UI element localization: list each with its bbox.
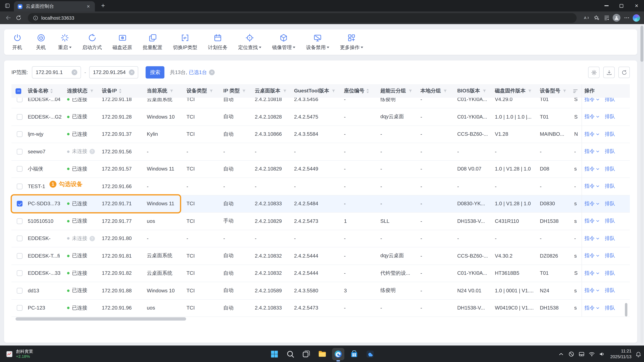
row-checkbox[interactable] [17,288,22,294]
command-link[interactable]: 指令 [584,270,595,277]
microsoft-store-taskbar-icon[interactable] [348,348,360,360]
command-link[interactable]: 指令 [584,131,595,138]
row-checkbox[interactable] [17,236,22,242]
device-row[interactable]: EDDESK-...04已连接172.20.91.18云桌面系统TCI自动2.4… [12,98,630,108]
command-link[interactable]: 指令 [584,183,595,190]
edge-taskbar-icon[interactable] [332,348,344,360]
device-row[interactable]: TEST-1172.20.91.66------------指令排队 [12,178,630,195]
locate-search-button[interactable]: 定位查找 [238,34,262,51]
device-row[interactable]: EDDESK-...G2已连接172.20.91.28Windows 10TCI… [12,108,630,126]
search-taskbar-icon[interactable] [284,348,296,360]
tab-actions-icon[interactable] [3,2,12,10]
chevron-down-icon[interactable] [596,288,600,293]
row-checkbox[interactable] [17,166,22,172]
table-scrollbar-thumb[interactable] [625,303,627,316]
queue-link[interactable]: 排队 [605,131,615,138]
queue-link[interactable]: 排队 [605,183,615,190]
row-checkbox[interactable] [17,305,22,311]
clear-selection-icon[interactable]: × [209,70,215,75]
chevron-down-icon[interactable] [596,202,600,206]
chevron-down-icon[interactable] [596,271,600,276]
ip-end-input[interactable]: 172.20.91.254 × [89,66,138,78]
chevron-down-icon[interactable] [596,114,600,119]
queue-link[interactable]: 排队 [605,252,615,259]
power-off-button[interactable]: 关机 [34,34,48,51]
switch-ip-type-button[interactable]: IP切换IP类型 [173,34,197,51]
filter-icon[interactable] [408,89,412,93]
command-link[interactable]: 指令 [584,252,595,259]
chevron-down-icon[interactable] [596,150,600,154]
device-row[interactable]: PC-SDD3...73已连接172.20.91.71Windows 11TCI… [12,195,630,213]
filter-icon[interactable] [242,89,246,93]
maximize-button[interactable] [614,0,629,12]
profile-avatar[interactable] [613,14,620,22]
chevron-down-icon[interactable] [596,167,600,171]
device-row[interactable]: EDDESK-未连接?172.20.91.80------------指令排队 [12,230,630,248]
command-link[interactable]: 指令 [584,287,595,294]
filter-icon[interactable] [282,89,287,93]
columns-menu-icon[interactable] [572,88,578,94]
filter-icon[interactable] [169,89,174,93]
favorites-bar-icon[interactable] [602,14,610,22]
refresh-icon[interactable] [14,14,22,22]
filter-icon[interactable] [209,89,214,93]
batch-config-button[interactable]: 批量配置 [143,34,162,51]
browser-scrollbar[interactable] [640,25,643,344]
search-button[interactable]: 搜索 [146,66,164,78]
minimize-button[interactable] [599,0,614,12]
filter-icon[interactable] [90,89,94,93]
filter-icon[interactable] [482,89,486,93]
chevron-up-icon[interactable] [558,351,564,357]
queue-link[interactable]: 排队 [605,148,615,155]
scheduled-task-button[interactable]: 计划任务 [208,34,228,51]
sort-icon[interactable] [119,89,121,93]
queue-link[interactable]: 排队 [605,166,615,172]
device-row[interactable]: 510510510已连接172.20.91.77uosTCI手动2.4.2.10… [12,212,630,230]
task-view-taskbar-icon[interactable] [300,348,312,360]
queue-link[interactable]: 排队 [605,270,615,277]
ip-start-input[interactable]: 172.20.91.1 × [32,66,81,78]
queue-link[interactable]: 排队 [605,200,615,207]
network-icon[interactable] [589,351,595,357]
device-row[interactable]: EDDESK-T...fi已连接172.20.91.81云桌面系统TCI自动2.… [12,248,630,265]
more-menu-icon[interactable] [622,14,631,22]
more-operations-button[interactable]: 更多操作 [340,34,363,51]
device-row[interactable]: dd13已连接172.20.91.88Windows 10TCI自动2.4.2.… [12,282,630,300]
select-all-checkbox[interactable] [16,88,21,94]
chevron-down-icon[interactable] [596,132,600,136]
device-row[interactable]: ljm-wjy已连接172.20.91.37KylinTCI自动2.4.3.10… [12,126,630,143]
row-checkbox[interactable] [17,132,22,137]
row-checkbox[interactable] [17,201,22,206]
selected-count[interactable]: 已选1台 [189,69,207,76]
chevron-down-icon[interactable] [596,306,600,310]
queue-link[interactable]: 排队 [605,235,615,242]
volume-icon[interactable] [599,351,606,357]
row-checkbox[interactable] [17,98,22,102]
queue-link[interactable]: 排队 [605,218,615,224]
row-checkbox[interactable] [17,253,22,259]
chevron-down-icon[interactable] [596,254,600,258]
browser-tab[interactable]: 云桌面控制台 × [14,1,95,12]
filter-icon[interactable] [562,89,567,93]
chevron-down-icon[interactable] [596,219,600,224]
boot-mode-button[interactable]: 启动方式 [82,34,102,51]
file-explorer-taskbar-icon[interactable] [316,348,328,360]
filter-icon[interactable] [331,89,336,93]
command-link[interactable]: 指令 [584,304,595,312]
command-link[interactable]: 指令 [584,98,595,103]
command-link[interactable]: 指令 [584,148,595,155]
new-tab-button[interactable]: + [99,2,107,10]
chevron-down-icon[interactable] [596,184,600,189]
site-info-icon[interactable] [32,14,39,21]
device-row[interactable]: PC-123已连接172.20.91.96uosTCI自动2.4.2.10833… [12,300,630,317]
row-checkbox[interactable] [17,114,22,120]
cloud-desktop-app-taskbar-icon[interactable] [364,348,376,360]
filter-icon[interactable] [528,89,532,93]
sort-icon[interactable] [366,89,369,93]
taskbar-clock[interactable]: 11:21 2025/11/13 [610,348,632,360]
close-button[interactable]: ✕ [629,0,644,12]
device-row[interactable]: seewo7未连接?172.20.91.56------------指令排队 [12,143,630,160]
copilot-icon[interactable] [633,14,640,22]
queue-link[interactable]: 排队 [605,287,615,294]
start-taskbar-icon[interactable] [268,348,280,360]
